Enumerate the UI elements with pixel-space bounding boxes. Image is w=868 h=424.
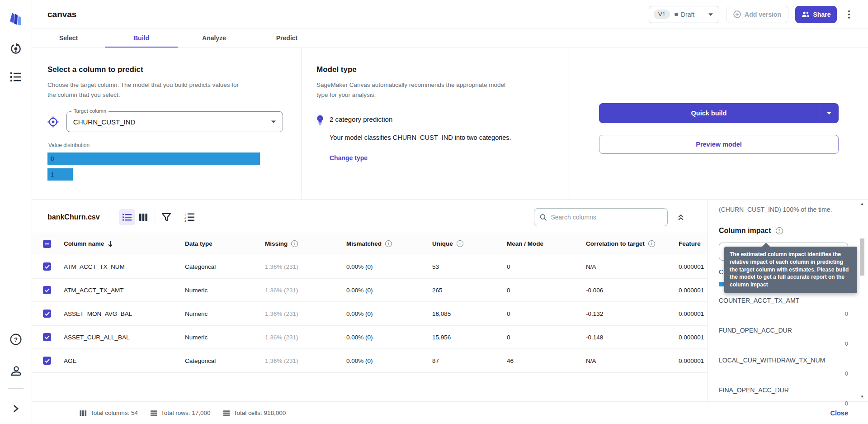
double-chevron-up-icon [677,213,685,221]
workflow-tabs: Select Build Analyze Predict [32,29,868,48]
target-column-value: CHURN_CUST_IND [73,118,136,126]
info-icon[interactable]: i [291,240,298,247]
column-impact-heading: Column impact ! [719,227,848,235]
table-row[interactable]: ATM_ACCT_TX_AMT Numeric 1.36% (231) 0.00… [32,279,708,302]
quick-build-label[interactable]: Quick build [599,103,819,123]
info-icon[interactable]: i [385,240,392,247]
target-section-description: Choose the target column. The model that… [47,80,246,100]
sidebar-item-models[interactable] [8,41,24,57]
tab-predict[interactable]: Predict [250,29,323,48]
impact-value: 0 [719,340,848,347]
model-insights-panel: (CHURN_CUST_IND) 100% of the time. Colum… [708,200,868,401]
add-version-button[interactable]: Add version [726,6,788,23]
filter-button[interactable] [158,209,175,225]
collapse-panel-button[interactable] [677,213,685,221]
table-row[interactable]: ASSET_CUR_ALL_BAL Numeric 1.36% (231) 0.… [32,326,708,349]
sort-descending-icon [108,241,113,247]
share-button[interactable]: Share [795,6,837,23]
sort-button[interactable]: 1 2 3 [181,209,198,225]
cell-mean-mode: 0 [507,334,586,341]
columns-icon [80,410,87,416]
sidebar-divider [8,388,24,389]
cell-missing: 1.36% (231) [265,334,346,341]
header-data-type: Data type [185,240,265,247]
header-column-name[interactable]: Column name [64,240,185,247]
build-config-section: Select a column to predict Choose the ta… [32,48,868,200]
version-dropdown[interactable]: V1 Draft [649,6,719,23]
svg-text:2: 2 [184,216,186,219]
table-row[interactable]: ASSET_MON_AVG_BAL Numeric 1.36% (231) 0.… [32,302,708,326]
quick-build-dropdown[interactable] [819,103,839,123]
target-column-select[interactable]: Target column CHURN_CUST_IND [66,111,283,132]
cell-unique: 15,956 [432,334,507,341]
cell-unique: 53 [432,263,507,270]
sidebar-item-datasets[interactable] [8,69,24,85]
target-column-field-label: Target column [71,108,108,114]
scrollbar-thumb[interactable] [860,238,864,276]
select-all-checkbox[interactable] [43,240,51,248]
list-view-button[interactable] [119,209,135,225]
panel-scrollbar[interactable]: ▲ ▼ [859,200,865,400]
scroll-up-arrow-icon[interactable]: ▲ [859,200,865,207]
header-correlation: Correlation to targeti [586,240,679,247]
cell-missing: 1.36% (231) [265,310,346,317]
cell-feature: 0.000001 [679,357,708,364]
tab-select[interactable]: Select [32,29,105,48]
header-actions: V1 Draft Add version [649,6,854,23]
cell-mismatched: 0.00% (0) [346,334,432,341]
help-button[interactable]: ? [8,331,24,348]
filter-icon [161,213,171,222]
search-icon [540,214,547,221]
row-checkbox[interactable] [43,333,51,341]
dataset-table-area: bankChurn.csv [32,200,708,401]
impact-item: FINA_OPEN_ACC_DUR 0 [719,386,848,407]
info-icon[interactable]: i [457,240,463,247]
close-button[interactable]: Close [830,410,849,417]
expand-sidebar-button[interactable] [8,400,24,417]
row-checkbox[interactable] [43,262,51,271]
change-type-link[interactable]: Change type [330,154,368,162]
distribution-bar-label: 1 [51,171,54,178]
impact-value: 0 [719,400,848,407]
table-header-row: Column name Data type Missingi Mismatche… [32,233,708,255]
cell-unique: 265 [432,287,507,294]
table-row[interactable]: ATM_ACCT_TX_NUM Categorical 1.36% (231) … [32,255,708,279]
tab-build[interactable]: Build [105,29,178,48]
dataset-list-icon [9,71,22,82]
table-row[interactable]: AGE Categorical 1.36% (231) 0.00% (0) 87… [32,349,708,373]
impact-item: LOCAL_CUR_WITHDRAW_TX_NUM 0 [719,357,848,377]
svg-text:1: 1 [184,213,186,216]
impact-item-name: COUNTER_ACCT_TX_AMT [719,297,848,304]
preview-model-button[interactable]: Preview model [599,135,839,154]
more-options-button[interactable] [844,8,854,21]
tab-analyze[interactable]: Analyze [178,29,250,48]
svg-text:3: 3 [184,219,186,222]
cell-column-name: ASSET_CUR_ALL_BAL [64,334,185,341]
cell-correlation: -0.132 [586,310,679,317]
row-checkbox[interactable] [43,310,51,318]
cell-data-type: Categorical [185,357,265,364]
cell-mismatched: 0.00% (0) [346,263,432,270]
row-checkbox[interactable] [43,357,51,365]
info-icon[interactable]: i [648,240,655,247]
search-columns-input[interactable] [551,214,662,221]
scroll-down-arrow-icon[interactable]: ▼ [859,393,865,400]
sagemaker-canvas-app: ? canvas V1 Draft [0,0,868,424]
quick-build-button[interactable]: Quick build [599,103,839,123]
account-button[interactable] [8,363,24,379]
canvas-logo[interactable] [8,10,24,26]
cell-feature: 0.000001 [679,310,708,317]
chevron-right-icon [11,404,20,414]
info-icon[interactable]: ! [776,227,783,234]
distribution-bar-1: 1 [47,168,73,181]
header-missing: Missingi [265,240,346,247]
total-rows-stat: Total rows: 17,000 [150,410,211,416]
grid-view-button[interactable] [135,209,151,225]
row-checkbox[interactable] [43,286,51,294]
chevron-down-icon [826,111,832,115]
cell-feature: 0.000001 [679,263,708,270]
plus-circle-icon [733,10,741,18]
cell-feature: 0.000001 [679,334,708,341]
cell-mean-mode: 46 [507,357,586,364]
help-icon: ? [9,333,22,346]
